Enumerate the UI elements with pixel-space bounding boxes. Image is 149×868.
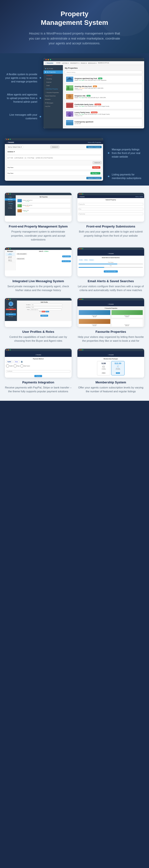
mini-fav-title: ♡ Favourite Properties [79,308,143,309]
mini-dot-g-4 [82,248,83,249]
mini-sidebar-props: My Props [5,198,16,200]
mark-sub-checkbox[interactable] [36,157,37,159]
last-name-input[interactable] [31,306,63,308]
mini-fav-item-1[interactable]: Gorgeous Apt$42,000 [79,310,110,318]
mini-msg-item-2[interactable]: Sarah M.About villa... [5,256,15,259]
sidebar-featured[interactable]: Featured [44,74,63,77]
pay-now-payment-btn[interactable]: Pay Now [34,375,42,377]
bank-option[interactable]: Bank Transfer [20,364,30,368]
property-info-3: Gorgeous villa Sale Status: For Sale Pri… [74,95,141,98]
stripe-option[interactable]: Stripe [14,364,20,368]
page-title: My Properties [65,67,142,69]
email-input[interactable] [30,309,61,311]
features-section: Profile My Props Featured + Add New ♡ Fa… [0,186,149,401]
card-number-input[interactable] [6,370,70,373]
paypal-radio[interactable] [6,364,9,368]
checkbox-mark-sub[interactable]: Mark all as Sub Properties [36,157,53,159]
sidebar-logout[interactable]: Log Out [44,104,63,108]
mini-field-first-name: First Name: [18,304,71,306]
sidebar-draft[interactable]: Draft [44,84,63,87]
upgrade-featured-btn-2[interactable]: Upgrade to Featured [86,177,102,179]
mini-dot-g-2 [82,193,83,194]
mini-dot-y-5 [8,299,9,300]
checkbox-front-page[interactable]: ⌂ Front Page [25,157,34,159]
svg-rect-5 [67,86,69,90]
stripe-radio[interactable] [14,364,17,368]
mini-dot-g-1 [10,193,11,194]
pay-now-button[interactable]: Pay Now [92,166,100,169]
property-name-4: Comfortable family home Featured [74,104,141,105]
frontend-section: ⌂ houzez Home ▸ My Properties Sort by: D… [0,133,149,186]
save-search-btn[interactable]: Save Search & Get Alerts [104,270,118,273]
price-slider[interactable] [79,264,143,265]
size-slider[interactable] [79,267,143,268]
bank-radio[interactable] [20,364,23,368]
mini-fav-item-2[interactable]: Amazing Villa$40,000 [111,310,143,318]
sidebar-expired[interactable]: Expired [44,81,63,84]
mini-form-price-input[interactable] [78,208,143,210]
mini-msg-item-3[interactable]: Agent K.Price query [5,259,15,262]
actions-dropdown[interactable]: Actions ▾ [50,146,59,149]
update-profile-btn[interactable]: Update Profile [41,315,48,317]
sidebar-add-new[interactable]: + Add New Property [44,87,63,91]
sidebar-my-profile[interactable]: My Profile [44,67,63,70]
frontend-header: ⌂ houzez Home ▸ My Properties [5,141,103,144]
search-listing-input[interactable]: Search listing [65,71,142,74]
mini-msg-item-1[interactable]: John D.Re: Apt Bay... [5,253,15,256]
browser-dot-close [46,59,47,60]
property-status-6: at USD 68 [74,123,141,124]
sort-select[interactable]: Sort by: Default Order ▾ [6,146,23,149]
nav-listing: LISTING ▾ [62,62,69,64]
featured-badge-4: Featured [95,104,101,105]
browser-dot-min-2 [8,139,9,140]
sidebar-favorites[interactable]: ♡ Favorite Properties [44,91,63,94]
frontend-listing-row: Actions ▾ [7,151,100,153]
feature-title-submissions: Front-end Property Submissions [77,225,144,228]
featured-badge-5: Featured [91,112,98,113]
property-item-3: Gorgeous villa Sale Status: For Sale Pri… [65,93,142,100]
upgrade-featured-btn[interactable]: Upgrade to Featured [86,146,102,148]
mini-form-title-input[interactable] [78,203,143,206]
frontend-browser-mock: ⌂ houzez Home ▸ My Properties Sort by: D… [5,138,103,181]
membership-plan-basic[interactable]: 9.99 / mo Basic 5 Listings2 Featured Sel… [97,361,110,375]
sale-badge: Sale [98,78,102,79]
feature-screenshot-payments: ⌂ houzez Payment Method PayPal Stripe 🏦 … [5,349,72,378]
front-page-checkbox[interactable] [25,157,26,159]
feature-title-payments: Payments Integration [5,380,72,384]
mini-fav-item-4[interactable]: Family Home$300,000 [111,319,143,327]
sidebar-my-properties[interactable]: My Properties [44,70,63,74]
actions-btn-2[interactable]: Actions ▾ [93,161,102,164]
checkbox-duplicate[interactable]: ⊞ Duplicate [15,157,23,159]
membership-plan-pro[interactable]: $15.99 / mo Pro 20 Listings10 Featured S… [111,361,125,375]
duplicate-checkbox[interactable] [15,157,16,159]
first-name-input[interactable] [31,304,63,306]
edit-checkbox[interactable] [7,157,9,159]
mini-main-1: My Properties Gorgeous apt bay frontFor … [16,195,72,216]
criteria-area: Downtown [89,259,94,261]
basic-select-btn[interactable]: Select [102,372,106,374]
browser-dot-max-2 [10,139,11,140]
property-thumbnail-5 [66,111,73,117]
mini-email-title: Email Alerts & Saved Searches [79,257,143,258]
mini-browser-bar-6 [77,298,144,301]
admin-browser-mock: ⌂ houzez HOME LISTING ▾ PROPERTY ▾ PAGES… [44,58,144,128]
pro-select-btn[interactable]: Select [116,372,120,374]
mini-fav-item-3[interactable]: Luxury Home$710,000 [79,319,110,327]
right-label-payments-text: Listing payments for membership subscrip… [112,173,144,180]
sidebar-saved-searches[interactable]: Saved Searches [44,94,63,98]
property-thumbnail-4 [66,103,73,108]
sidebar-pending[interactable]: Pending [44,77,63,81]
property-thumbnail-3 [66,94,73,99]
paid-button[interactable]: Pay Now ✓ [91,172,100,175]
sidebar-reviews[interactable]: Reviews [44,98,63,101]
user-avatar: 👤 [8,302,13,306]
mini-search-criteria: For Sale 3 Beds+ Downtown [79,259,143,261]
paypal-option[interactable]: PayPal [6,364,13,368]
duplicate-label: ⊞ Duplicate [16,157,23,159]
mini-dot-r-5 [6,299,7,300]
property-info-6: Contemporary apartment at USD 68 [74,121,141,124]
admin-main-content: My Properties Search listing Gorgeous ap… [63,65,144,128]
sidebar-messages[interactable]: ✉ Messages [44,101,63,104]
checkbox-edit[interactable]: ✏ Edit [7,157,13,159]
mini-form-type-input[interactable] [78,213,143,215]
